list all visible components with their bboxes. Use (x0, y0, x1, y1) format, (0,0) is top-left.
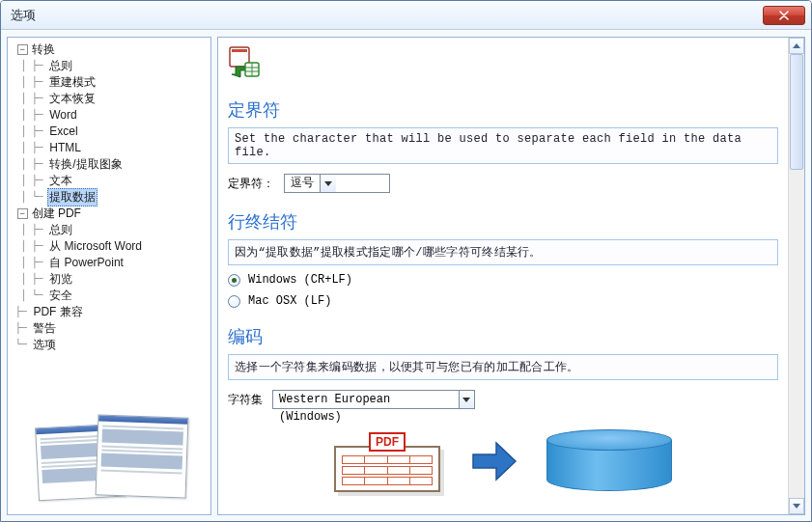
scroll-up-button[interactable] (789, 38, 804, 54)
radio-icon (228, 274, 240, 287)
extract-data-icon (228, 45, 261, 78)
chevron-down-icon (320, 175, 336, 192)
encoding-label: 字符集 (228, 392, 263, 408)
body: − 转换 │ ├─ 总则 │ ├─ 重建模式 │ ├─ 文本恢复 │ ├─ Wo… (1, 30, 811, 521)
radio-windows[interactable]: Windows (CR+LF) (228, 273, 778, 287)
pdf-source-icon: PDF (334, 432, 440, 492)
lineterm-title: 行终结符 (228, 210, 778, 234)
tree-node-convert[interactable]: − 转换 (10, 41, 209, 58)
tree-node-createpdf[interactable]: − 创建 PDF (10, 206, 209, 222)
delimiter-title: 定界符 (228, 98, 778, 122)
tree-node-cp-fromword[interactable]: │ ├─ 从 Microsoft Word (10, 238, 209, 255)
close-icon (779, 11, 789, 20)
chevron-down-icon (459, 391, 474, 408)
tree-node-textrec[interactable]: │ ├─ 文本恢复 (10, 91, 209, 107)
close-button[interactable] (763, 6, 805, 25)
vertical-scrollbar[interactable] (788, 38, 804, 514)
main-panel: 定界符 Set the character that will be used … (217, 37, 805, 515)
tree-node-text[interactable]: │ ├─ 文本 (10, 173, 209, 189)
database-icon (546, 433, 672, 491)
encoding-title: 编码 (228, 325, 778, 348)
delimiter-select[interactable]: 逗号 (284, 174, 390, 193)
tree-node-word[interactable]: │ ├─ Word (10, 107, 209, 124)
scroll-thumb[interactable] (790, 54, 803, 170)
scroll-down-button[interactable] (789, 498, 804, 514)
pdf-badge: PDF (369, 432, 406, 452)
tree-node-rebuild[interactable]: │ ├─ 重建模式 (10, 74, 209, 91)
options-window: 选项 − 转换 │ ├─ 总则 │ ├─ 重建模式 │ ├─ 文本恢复 │ ├─… (0, 0, 812, 522)
delimiter-field: 定界符： 逗号 (228, 174, 778, 193)
tree-node-cp-fromppt[interactable]: │ ├─ 自 PowerPoint (10, 255, 209, 271)
tree-node-html[interactable]: │ ├─ HTML (10, 140, 209, 156)
main-content: 定界符 Set the character that will be used … (218, 38, 788, 514)
radio-label-mac: Mac OSX (LF) (248, 294, 331, 308)
tree-node-excel[interactable]: │ ├─ Excel (10, 124, 209, 140)
tree-node-cp-preview[interactable]: │ ├─ 初览 (10, 271, 209, 288)
tree-node-pdfcompat[interactable]: ├─ PDF 兼容 (10, 304, 209, 320)
delimiter-label: 定界符： (228, 176, 274, 192)
tree-node-extractimg[interactable]: │ ├─ 转换/提取图象 (10, 156, 209, 173)
tree-node-general[interactable]: │ ├─ 总则 (10, 58, 209, 74)
encoding-select[interactable]: Western European (Windows) (272, 390, 475, 409)
radio-icon (228, 295, 240, 308)
tree-node-options[interactable]: └─ 选项 (10, 337, 209, 353)
nav-tree: − 转换 │ ├─ 总则 │ ├─ 重建模式 │ ├─ 文本恢复 │ ├─ Wo… (8, 38, 210, 357)
arrow-right-icon (469, 437, 518, 488)
svg-rect-1 (232, 49, 247, 52)
delimiter-desc: Set the character that will be used to s… (228, 127, 778, 164)
encoding-field: 字符集 Western European (Windows) (228, 390, 778, 409)
expander-icon[interactable]: − (17, 208, 28, 219)
decorative-thumbnails (37, 416, 191, 508)
window-title: 选项 (7, 7, 763, 24)
radio-label-windows: Windows (CR+LF) (248, 273, 352, 287)
tree-node-warnings[interactable]: ├─ 警告 (10, 320, 209, 337)
encoding-desc: 选择一个字符集来编码数据，以便其可与您已有的加工配合工作。 (228, 354, 778, 380)
titlebar: 选项 (1, 1, 811, 30)
tree-node-extractdata[interactable]: │ └─ 提取数据 (10, 189, 209, 206)
lineterm-desc: 因为“提取数据”提取模式指定哪个/哪些字符可终结某行。 (228, 239, 778, 265)
scroll-track[interactable] (789, 54, 804, 498)
tree-node-cp-security[interactable]: │ └─ 安全 (10, 288, 209, 304)
tree-node-cp-general[interactable]: │ ├─ 总则 (10, 222, 209, 238)
radio-mac[interactable]: Mac OSX (LF) (228, 294, 778, 308)
expander-icon[interactable]: − (17, 44, 28, 55)
conversion-diagram: PDF (228, 428, 778, 496)
sidebar: − 转换 │ ├─ 总则 │ ├─ 重建模式 │ ├─ 文本恢复 │ ├─ Wo… (7, 37, 211, 515)
